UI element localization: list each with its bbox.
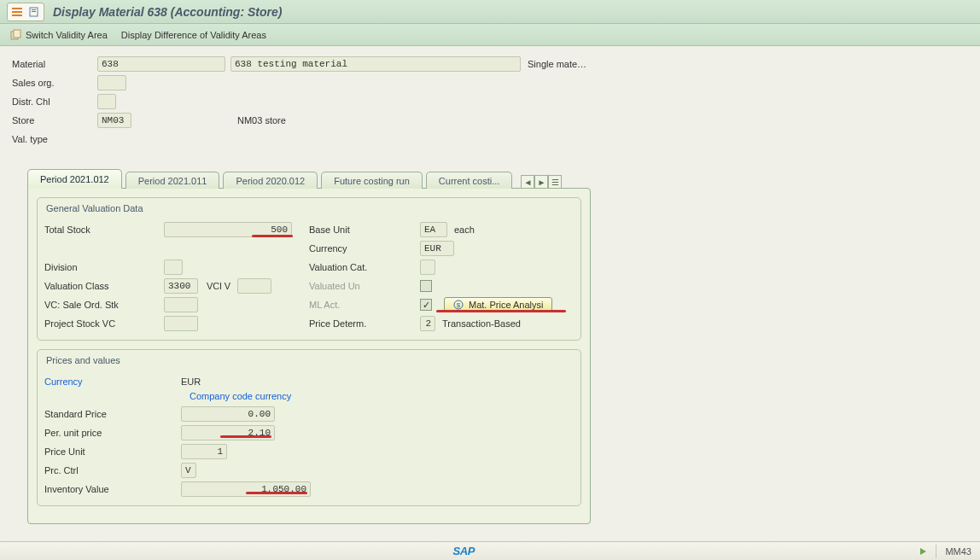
field-vclv xyxy=(237,278,271,294)
field-valuation-cat xyxy=(420,260,435,275)
tab-scroll-right-icon[interactable]: ► xyxy=(534,175,548,189)
group-prices-values: Prices and values Currency EUR Company c… xyxy=(37,349,581,506)
label-valtype: Val. type xyxy=(12,134,97,144)
field-price-determ: 2 xyxy=(420,316,435,331)
svg-rect-2 xyxy=(12,15,22,16)
play-icon[interactable] xyxy=(919,547,927,556)
label-inv-value: Inventory Value xyxy=(44,484,181,494)
field-prc-ctrl: V xyxy=(181,463,196,478)
field-material-desc: 638 testing material xyxy=(230,56,521,72)
svg-rect-5 xyxy=(32,11,36,12)
field-base-unit: EA xyxy=(420,222,447,237)
label-division: Division xyxy=(44,262,164,272)
label-project-stock: Project Stock VC xyxy=(44,318,164,329)
text-currency2: EUR xyxy=(181,376,201,387)
label-ml-act: ML Act. xyxy=(309,300,420,310)
text-base-unit: each xyxy=(454,225,475,235)
svg-rect-1 xyxy=(12,11,22,13)
statusbar: SAP MM43 xyxy=(0,541,980,560)
field-material-code: 638 xyxy=(97,56,225,72)
label-currency: Currency xyxy=(309,243,420,254)
checkbox-valuated-un xyxy=(420,280,432,292)
label-per-unit: Per. unit price xyxy=(44,428,181,438)
label-price-determ: Price Determ. xyxy=(309,318,420,329)
content-area: Material 638 638 testing material Single… xyxy=(0,46,980,533)
label-material: Material xyxy=(12,59,97,69)
tab-period-2020-012[interactable]: Period 2020.012 xyxy=(223,172,318,189)
svg-rect-0 xyxy=(12,8,22,9)
label-valuation-class: Valuation Class xyxy=(44,281,164,291)
group-general-valuation: General Valuation Data Total Stock 500 B… xyxy=(37,197,581,341)
label-valuation-cat: Valuation Cat. xyxy=(309,262,420,272)
text-store-desc: NM03 store xyxy=(237,115,286,125)
tab-current-costing[interactable]: Current costi... xyxy=(426,172,513,189)
switch-icon xyxy=(10,29,22,41)
title-prices: Prices and values xyxy=(44,355,574,365)
checkbox-ml-act: ✓ xyxy=(420,299,432,311)
label-total-stock: Total Stock xyxy=(44,225,164,235)
field-distrchl xyxy=(97,94,116,109)
text-material-after: Single mate… xyxy=(528,59,586,69)
titlebar: Display Material 638 (Accounting: Store) xyxy=(0,0,980,24)
document-icon[interactable] xyxy=(26,5,42,19)
tab-period-2021-012[interactable]: Period 2021.012 xyxy=(27,169,122,189)
title-gvd: General Valuation Data xyxy=(44,203,574,213)
field-std-price: 0.00 xyxy=(181,406,275,422)
row-salesorg: Sales org. xyxy=(12,73,968,92)
field-store-code: NM03 xyxy=(97,113,131,128)
label-price-unit: Price Unit xyxy=(44,446,181,457)
field-vc-sale-ord xyxy=(164,297,198,312)
row-store: Store NM03 NM03 store xyxy=(12,111,968,130)
svg-rect-4 xyxy=(32,9,36,10)
tab-future-costing[interactable]: Future costing run xyxy=(321,172,423,189)
field-project-stock xyxy=(164,316,198,331)
switch-validity-button[interactable]: Switch Validity Area xyxy=(10,29,108,41)
page-title: Display Material 638 (Accounting: Store) xyxy=(53,5,282,19)
field-per-unit: 2.10 xyxy=(181,425,275,440)
label-salesorg: Sales org. xyxy=(12,78,97,88)
label-base-unit: Base Unit xyxy=(309,225,420,235)
mat-price-label: Mat. Price Analysi xyxy=(469,300,543,310)
tabstrip: Period 2021.012 Period 2021.011 Period 2… xyxy=(27,169,968,524)
label-vc-sale-ord: VC: Sale Ord. Stk xyxy=(44,300,164,310)
tab-period-2021-011[interactable]: Period 2021.011 xyxy=(125,172,220,189)
label-valuated-un: Valuated Un xyxy=(309,281,420,291)
field-currency: EUR xyxy=(420,241,454,256)
tab-nav: ◄ ► ☰ xyxy=(521,175,562,189)
display-diff-label: Display Difference of Validity Areas xyxy=(121,30,266,40)
tab-scroll-left-icon[interactable]: ◄ xyxy=(521,175,534,189)
field-price-unit: 1 xyxy=(181,444,227,459)
field-salesorg xyxy=(97,75,126,90)
tab-list-icon[interactable]: ☰ xyxy=(548,175,562,189)
row-distrchl: Distr. Chl xyxy=(12,92,968,111)
field-division xyxy=(164,260,183,275)
label-currency2[interactable]: Currency xyxy=(44,376,181,387)
row-material: Material 638 638 testing material Single… xyxy=(12,55,968,73)
field-valuation-class: 3300 xyxy=(164,278,198,294)
menu-icon[interactable] xyxy=(9,5,25,19)
label-store: Store xyxy=(12,115,97,125)
field-inv-value: 1,050.00 xyxy=(181,481,311,497)
col-title-company-currency[interactable]: Company code currency xyxy=(190,391,574,401)
tab-row: Period 2021.012 Period 2021.011 Period 2… xyxy=(27,169,968,189)
sap-logo: SAP xyxy=(453,545,475,557)
label-distrchl: Distr. Chl xyxy=(12,96,97,107)
switch-validity-label: Switch Validity Area xyxy=(26,30,108,40)
svg-rect-7 xyxy=(14,30,20,38)
status-tcode: MM43 xyxy=(945,546,971,557)
label-prc-ctrl: Prc. Ctrl xyxy=(44,465,181,475)
currency-icon: $ xyxy=(453,300,464,310)
tab-body: General Valuation Data Total Stock 500 B… xyxy=(27,188,591,524)
svg-marker-10 xyxy=(920,548,926,555)
row-valtype: Val. type xyxy=(12,130,968,149)
toolbar: Switch Validity Area Display Difference … xyxy=(0,24,980,46)
display-diff-button[interactable]: Display Difference of Validity Areas xyxy=(121,30,266,40)
label-vclv: VCl V xyxy=(207,281,230,291)
titlebar-icon-group xyxy=(7,3,44,21)
label-std-price: Standard Price xyxy=(44,409,181,419)
svg-text:$: $ xyxy=(457,301,461,309)
text-price-determ: Transaction-Based xyxy=(442,318,521,329)
